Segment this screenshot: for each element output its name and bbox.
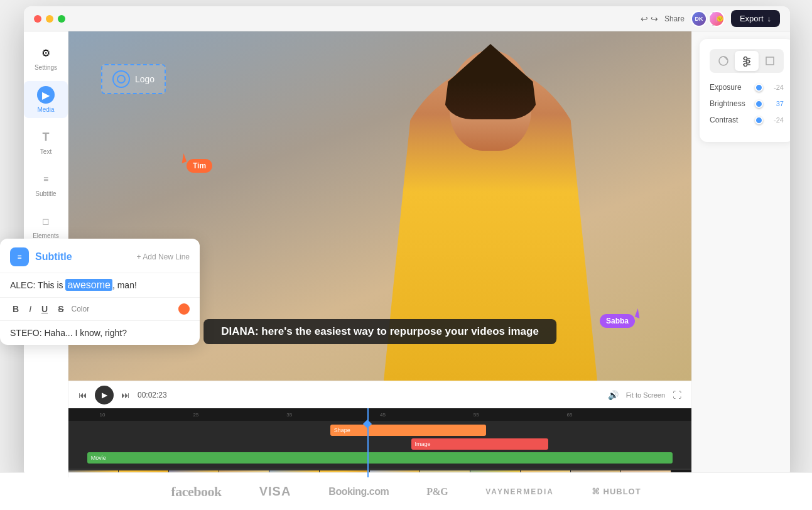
track-image-label: Image: [415, 441, 431, 447]
tick-1: 10: [100, 412, 106, 418]
elements-icon: ◻: [37, 212, 55, 230]
svg-point-0: [719, 57, 728, 65]
cursor-sabba-name: Sabba: [600, 314, 635, 328]
brand-booking: Booking.com: [328, 486, 389, 497]
track-image-row: Image: [68, 438, 691, 451]
brand-vayner: VAYNERMEDIA: [485, 487, 554, 496]
logo-icon-inner: [117, 75, 126, 84]
sidebar-item-media[interactable]: ▶ Media: [24, 81, 68, 118]
svg-point-4: [746, 60, 749, 63]
contrast-label: Contrast: [710, 116, 754, 124]
sidebar-media-label: Media: [37, 106, 54, 113]
cursor-sabba: Sabba: [636, 309, 641, 318]
right-panel: Exposure -24 Brightness 37: [691, 31, 790, 477]
fullscreen-button[interactable]: ⛶: [673, 390, 681, 400]
color-label: Color: [71, 305, 89, 313]
timeline-ruler: 10 25 35 45 55 65: [68, 408, 691, 421]
subtitle-icon: ≡: [37, 170, 55, 188]
subtitle-panel: ≡ Subtitle + Add New Line ALEC: This is …: [0, 239, 200, 345]
skip-forward-button[interactable]: ⏭: [121, 390, 130, 400]
track-movie[interactable]: Movie: [87, 452, 673, 464]
subtitle-panel-icon: ≡: [10, 247, 29, 266]
svg-point-2: [744, 57, 747, 60]
tick-2: 25: [193, 412, 198, 418]
track-movie-label: Movie: [91, 455, 106, 461]
subtitle-toolbar: B I U S Color: [0, 297, 200, 320]
subtitle-line-2-text: STEFO: Haha... I know, right?: [10, 328, 127, 338]
avatar: DK: [691, 11, 707, 27]
brand-facebook: facebook: [171, 484, 221, 500]
subtitle-line-2[interactable]: STEFO: Haha... I know, right?: [0, 320, 200, 345]
subtitle-add-line-button[interactable]: + Add New Line: [137, 252, 190, 261]
subtitle-header: ≡ Subtitle + Add New Line: [0, 239, 200, 273]
timeline: 10 25 35 45 55 65 Shape: [68, 408, 691, 477]
play-button[interactable]: ▶: [95, 386, 114, 404]
crop-icon: [764, 55, 776, 67]
svg-point-6: [744, 63, 747, 67]
avatar-2: 🙂: [708, 11, 725, 27]
adj-tab-crop[interactable]: [759, 51, 782, 71]
title-bar-actions: ↩ ↪ Share DK 🙂 Export ↓: [641, 10, 780, 27]
brand-bar: facebook VISA Booking.com P&G VAYNERMEDI…: [0, 472, 812, 510]
track-shape[interactable]: Shape: [330, 425, 486, 436]
underline-button[interactable]: U: [39, 303, 50, 315]
color-icon: [718, 55, 729, 67]
sidebar-item-text[interactable]: T Text: [24, 123, 68, 160]
adjustments-panel: Exposure -24 Brightness 37: [700, 39, 790, 142]
exposure-value: -24: [764, 84, 784, 91]
brand-pg: P&G: [426, 486, 448, 497]
tick-3: 35: [286, 412, 292, 418]
adj-tab-adjust[interactable]: [735, 51, 758, 71]
share-button[interactable]: Share: [664, 14, 685, 23]
track-movie-row: Movie: [68, 452, 691, 465]
brand-hublot: ⌘ HUBLOT: [592, 487, 641, 496]
timeline-playhead[interactable]: [367, 408, 369, 477]
cursor-tim: Tim: [180, 154, 185, 163]
adj-tabs: [710, 49, 784, 73]
track-shape-row: Shape: [68, 425, 691, 437]
settings-icon: ⚙: [37, 44, 55, 62]
subtitle-line-1-before: ALEC: This is: [10, 280, 65, 290]
brightness-label: Brightness: [710, 99, 754, 108]
media-icon: ▶: [37, 86, 55, 104]
close-button[interactable]: [34, 15, 41, 23]
export-icon: ↓: [767, 14, 772, 23]
cursor-tim-name: Tim: [187, 159, 212, 173]
track-shape-label: Shape: [334, 427, 350, 433]
subtitle-highlight: awesome: [65, 279, 112, 291]
tick-5: 55: [474, 412, 479, 418]
tick-4: 45: [380, 412, 386, 418]
tick-6: 65: [567, 412, 573, 418]
track-image[interactable]: Image: [411, 438, 548, 450]
brand-visa: VISA: [259, 484, 291, 499]
subtitle-line-1[interactable]: ALEC: This is awesome, man!: [0, 273, 200, 297]
subtitle-line-1-after: , man!: [112, 280, 137, 290]
skip-back-button[interactable]: ⏮: [78, 390, 87, 400]
brightness-row: Brightness 37: [710, 99, 784, 108]
logo-text-label: Logo: [135, 74, 154, 84]
minimize-button[interactable]: [46, 15, 53, 23]
color-picker[interactable]: [178, 303, 190, 315]
text-icon: T: [37, 128, 55, 146]
contrast-row: Contrast -24: [710, 116, 784, 124]
volume-button[interactable]: 🔊: [608, 390, 619, 400]
undo-button[interactable]: ↩: [641, 14, 648, 24]
maximize-button[interactable]: [58, 15, 65, 23]
traffic-lights: [34, 15, 65, 23]
adj-tab-color[interactable]: [712, 51, 735, 71]
contrast-value: -24: [764, 116, 784, 124]
export-button[interactable]: Export ↓: [731, 10, 780, 27]
video-subtitle-overlay: DIANA: here's the easiest way to repurpo…: [203, 319, 556, 344]
adjust-icon: [741, 55, 752, 67]
strikethrough-button[interactable]: S: [55, 303, 66, 315]
brightness-value: 37: [764, 100, 784, 107]
italic-button[interactable]: I: [26, 303, 34, 315]
sidebar-subtitle-label: Subtitle: [35, 190, 56, 197]
bold-button[interactable]: B: [10, 303, 21, 315]
logo-element[interactable]: Logo: [101, 64, 166, 94]
fit-screen-button[interactable]: Fit to Screen: [626, 391, 665, 399]
sidebar-item-settings[interactable]: ⚙ Settings: [24, 39, 68, 76]
redo-button[interactable]: ↪: [651, 14, 658, 24]
sidebar-item-subtitle[interactable]: ≡ Subtitle: [24, 165, 68, 202]
fit-screen-label: Fit to Screen: [626, 391, 665, 399]
